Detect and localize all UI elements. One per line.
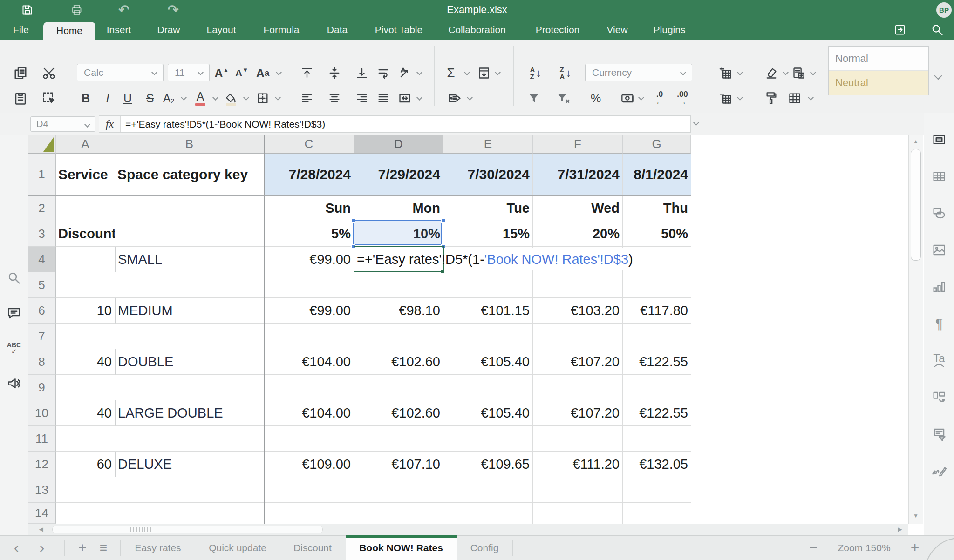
cell-C6[interactable]: €99.00 — [264, 298, 354, 324]
sheet-list-button[interactable]: ≡ — [100, 535, 107, 560]
increase-font-button[interactable]: A▲ — [213, 65, 230, 81]
style-neutral[interactable]: Neutral — [829, 71, 928, 95]
cell-D9[interactable] — [354, 375, 443, 400]
vertical-scroll-thumb[interactable] — [911, 149, 921, 261]
align-middle-button[interactable] — [326, 65, 343, 81]
cell-F11[interactable] — [533, 426, 623, 452]
cell-D11[interactable] — [354, 426, 443, 452]
chevron-down-icon[interactable] — [212, 94, 218, 101]
cell-D5[interactable] — [354, 272, 443, 298]
cell-F6[interactable]: €103.20 — [533, 298, 623, 324]
cell-F3[interactable]: 20% — [533, 221, 623, 247]
align-bottom-button[interactable] — [354, 65, 370, 81]
cell-B1[interactable]: Space category key — [115, 154, 264, 196]
cell-G10[interactable]: €122.55 — [623, 400, 691, 426]
share-button[interactable] — [891, 20, 909, 40]
search-menu-button[interactable] — [928, 20, 947, 40]
row-header-5[interactable]: 5 — [28, 272, 56, 298]
add-sheet-button[interactable]: + — [78, 535, 87, 560]
shapes-button[interactable] — [930, 204, 948, 223]
chart-button[interactable] — [930, 277, 948, 296]
cell-A4[interactable] — [56, 247, 115, 272]
cell-C9[interactable] — [264, 375, 354, 400]
cell-E1[interactable]: 7/30/2024 — [443, 154, 533, 196]
menu-collaboration[interactable]: Collaboration — [445, 20, 509, 40]
column-header-B[interactable]: B — [115, 135, 264, 154]
cell-B11[interactable] — [115, 426, 264, 452]
table-panel-button[interactable] — [930, 167, 948, 186]
cell-G7[interactable] — [623, 324, 691, 349]
menu-layout[interactable]: Layout — [204, 20, 238, 40]
cell-A3[interactable]: Discount — [56, 221, 115, 247]
name-box[interactable]: D4 — [30, 116, 95, 132]
next-sheet-button[interactable]: › — [40, 535, 45, 560]
row-header-7[interactable]: 7 — [28, 324, 56, 349]
zoom-level-label[interactable]: Zoom 150% — [838, 535, 890, 560]
zoom-out-button[interactable]: − — [809, 535, 818, 560]
cell-E2[interactable]: Tue — [443, 196, 533, 221]
cell-D14[interactable] — [354, 503, 443, 524]
align-right-button[interactable] — [354, 90, 370, 107]
cell-C8[interactable]: €104.00 — [264, 349, 354, 375]
cell-C3[interactable]: 5% — [264, 221, 354, 247]
decrease-font-button[interactable]: A▼ — [233, 65, 250, 81]
cell-D8[interactable]: €102.60 — [354, 349, 443, 375]
menu-draw[interactable]: Draw — [154, 20, 183, 40]
print-button[interactable] — [67, 0, 86, 20]
select-button[interactable] — [41, 90, 57, 107]
cell-A13[interactable] — [56, 477, 115, 503]
text-art-button[interactable]: Ta — [930, 351, 948, 370]
cell-E3[interactable]: 15% — [443, 221, 533, 247]
spellcheck-button[interactable]: ABC ✓ — [5, 339, 23, 358]
cell-D6[interactable]: €98.10 — [354, 298, 443, 324]
cell-settings-button[interactable] — [790, 65, 807, 81]
sort-descending-button[interactable]: ZA ↓ — [555, 65, 576, 81]
cell-E8[interactable]: €105.40 — [443, 349, 533, 375]
delete-cells-button[interactable] — [717, 90, 734, 107]
cell-G6[interactable]: €117.80 — [623, 298, 691, 324]
chevron-down-icon[interactable] — [638, 94, 644, 101]
cut-button[interactable] — [41, 65, 57, 81]
chevron-down-icon[interactable] — [275, 94, 281, 101]
cell-A1[interactable]: Service — [56, 154, 115, 196]
cell-E7[interactable] — [443, 324, 533, 349]
column-header-G[interactable]: G — [623, 135, 691, 154]
cell-B5[interactable] — [115, 272, 264, 298]
find-button[interactable] — [5, 269, 23, 287]
cell-D7[interactable] — [354, 324, 443, 349]
cell-B4[interactable]: SMALL — [115, 247, 264, 272]
cell-B8[interactable]: DOUBLE — [115, 349, 264, 375]
fill-color-button[interactable] — [223, 90, 239, 107]
insert-cells-button[interactable] — [717, 65, 734, 81]
cell-A7[interactable] — [56, 324, 115, 349]
cell-A11[interactable] — [56, 426, 115, 452]
scroll-up-button[interactable]: ▲ — [909, 137, 922, 146]
cell-C5[interactable] — [264, 272, 354, 298]
styles-expand-button[interactable] — [934, 72, 942, 80]
cell-D13[interactable] — [354, 477, 443, 503]
menu-pivot-table[interactable]: Pivot Table — [372, 20, 425, 40]
cell-E11[interactable] — [443, 426, 533, 452]
chevron-down-icon[interactable] — [737, 94, 743, 101]
align-left-button[interactable] — [299, 90, 315, 107]
cell-A10[interactable]: 40 — [56, 400, 115, 426]
reorder-objects-button[interactable] — [930, 388, 948, 406]
cell-E12[interactable]: €109.65 — [443, 452, 533, 477]
cell-G8[interactable]: €122.55 — [623, 349, 691, 375]
image-button[interactable] — [930, 241, 948, 259]
underline-button[interactable]: U — [119, 90, 136, 107]
cell-A6[interactable]: 10 — [56, 298, 115, 324]
cell-G14[interactable] — [623, 503, 691, 524]
sheet-tab-discount[interactable]: Discount — [293, 535, 332, 560]
cell-A9[interactable] — [56, 375, 115, 400]
cell-F7[interactable] — [533, 324, 623, 349]
paragraph-button[interactable]: ¶ — [930, 314, 948, 333]
cell-B14[interactable] — [115, 503, 264, 524]
cell-G12[interactable]: €132.05 — [623, 452, 691, 477]
cell-C11[interactable] — [264, 426, 354, 452]
align-center-button[interactable] — [326, 90, 343, 107]
merge-cells-button[interactable] — [396, 90, 413, 107]
cell-C1[interactable]: 7/28/2024 — [264, 154, 354, 196]
menu-protection[interactable]: Protection — [533, 20, 583, 40]
menu-data[interactable]: Data — [324, 20, 350, 40]
